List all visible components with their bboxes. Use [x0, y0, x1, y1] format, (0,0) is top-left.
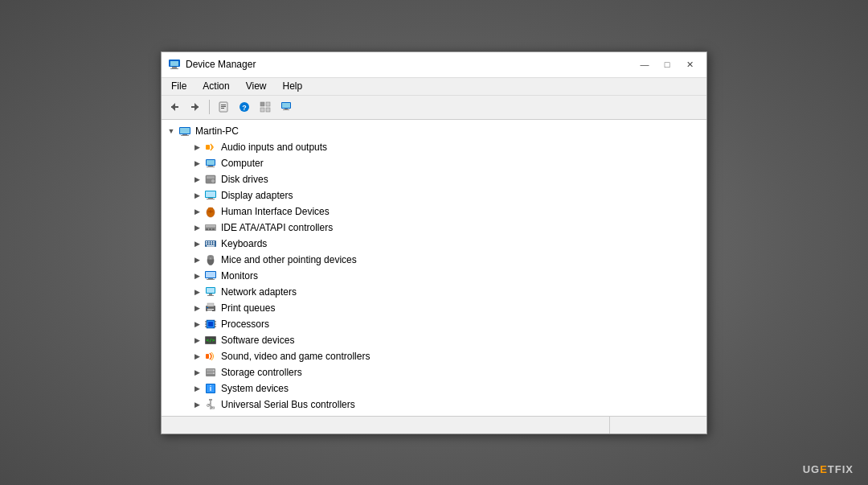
svg-rect-1 [170, 61, 178, 66]
svg-rect-2 [172, 67, 177, 68]
svg-rect-19 [282, 103, 290, 108]
sysdev-chevron: ▶ [190, 382, 203, 395]
help-button[interactable]: ? [235, 97, 254, 117]
sound-chevron: ▶ [190, 350, 203, 363]
storage-label: Storage controllers [221, 367, 302, 378]
svg-text:?: ? [242, 104, 247, 112]
view-toggle-button[interactable] [256, 97, 275, 117]
print-label: Print queues [221, 302, 275, 314]
minimize-button[interactable]: — [634, 56, 655, 72]
tree-item-network[interactable]: ▶ Network adapters [162, 284, 706, 300]
disk-chevron: ▶ [190, 173, 203, 186]
back-button[interactable] [165, 97, 184, 117]
root-label: Martin-PC [195, 125, 239, 137]
svg-rect-38 [207, 199, 215, 199]
mouse-icon [203, 253, 218, 266]
svg-rect-9 [221, 105, 226, 105]
svg-rect-37 [208, 198, 213, 199]
menu-action[interactable]: Action [196, 79, 235, 93]
forward-button[interactable] [186, 97, 205, 117]
tree-item-keyboard[interactable]: ▶ Keyboards [162, 236, 706, 252]
svg-rect-67 [207, 288, 215, 293]
display-icon [203, 189, 218, 202]
tree-item-print[interactable]: ▶ Print queues [162, 300, 706, 316]
svg-rect-57 [207, 245, 215, 247]
svg-rect-15 [266, 102, 270, 106]
svg-rect-14 [260, 102, 264, 106]
svg-rect-50 [208, 241, 210, 243]
storage-icon [203, 366, 218, 379]
maximize-button[interactable]: □ [657, 56, 678, 72]
mouse-label: Mice and other pointing devices [221, 254, 357, 265]
processor-icon [203, 318, 218, 331]
tree-item-hid[interactable]: ▶ Human Interface Devices [162, 203, 706, 220]
tree-item-usb[interactable]: ▶ Universal Serial Bus controllers [162, 397, 706, 413]
svg-rect-65 [207, 279, 215, 280]
hid-icon [203, 205, 218, 218]
svg-rect-51 [211, 241, 212, 243]
computer-icon [203, 157, 218, 170]
close-button[interactable]: ✕ [679, 56, 700, 72]
properties-icon [218, 101, 229, 113]
tree-item-storage[interactable]: ▶ Storage controllers [162, 364, 706, 380]
svg-rect-68 [209, 294, 212, 295]
keyboard-icon [203, 237, 218, 250]
menu-view[interactable]: View [240, 79, 273, 93]
tree-item-monitor[interactable]: ▶ Monitors [162, 268, 706, 284]
properties-button[interactable] [214, 97, 233, 117]
forward-icon [190, 101, 201, 113]
toolbar: ? [162, 96, 706, 120]
svg-rect-21 [283, 109, 289, 110]
window-icon-svg [168, 58, 181, 71]
tree-root-node[interactable]: ▼ Martin-PC [162, 123, 706, 139]
svg-rect-87 [206, 354, 209, 359]
sysdev-label: System devices [221, 383, 289, 394]
menu-help[interactable]: Help [276, 79, 309, 93]
keyboard-label: Keyboards [221, 238, 267, 249]
tree-item-software[interactable]: ▶ </> Software devices [162, 332, 706, 348]
software-label: Software devices [221, 335, 294, 346]
device-tree[interactable]: ▼ Martin-PC ▶ Audio input [162, 120, 706, 416]
svg-point-61 [210, 257, 211, 259]
monitor-label: Monitors [221, 270, 258, 282]
window-icon [168, 58, 181, 71]
processor-chevron: ▶ [190, 318, 203, 331]
tree-item-mouse[interactable]: ▶ Mice and other pointing devices [162, 252, 706, 268]
svg-rect-74 [207, 307, 208, 308]
audio-chevron: ▶ [190, 141, 203, 154]
tree-item-disk[interactable]: ▶ Disk drives [162, 171, 706, 187]
tree-item-computer[interactable]: ▶ Computer [162, 155, 706, 171]
status-panel-main [162, 417, 610, 434]
window-title: Device Manager [186, 59, 634, 70]
svg-rect-11 [221, 108, 224, 109]
svg-rect-32 [207, 176, 215, 179]
device-manager-window: Device Manager — □ ✕ File Action View He… [161, 51, 707, 434]
tree-item-display[interactable]: ▶ Display adapters [162, 187, 706, 203]
svg-rect-17 [266, 108, 270, 112]
tree-item-audio[interactable]: ▶ Audio inputs and outputs [162, 139, 706, 155]
menu-file[interactable]: File [165, 79, 193, 93]
svg-rect-3 [170, 68, 178, 69]
tree-item-processor[interactable]: ▶ Processors [162, 316, 706, 332]
root-chevron: ▼ [165, 125, 178, 138]
svg-rect-44 [206, 225, 215, 227]
network-icon [203, 286, 218, 298]
svg-rect-10 [221, 106, 226, 107]
svg-rect-56 [213, 243, 215, 245]
tree-item-ide[interactable]: ▶ IDE ATA/ATAPI controllers [162, 220, 706, 236]
tree-item-sysdev[interactable]: ▶ i System devices [162, 380, 706, 397]
svg-rect-23 [180, 128, 190, 134]
watermark: UGETFIX [803, 463, 854, 475]
svg-rect-77 [208, 322, 213, 327]
svg-point-34 [212, 180, 214, 182]
hid-chevron: ▶ [190, 205, 203, 218]
svg-rect-28 [207, 160, 215, 165]
tree-item-sound[interactable]: ▶ Sound, video and game controllers [162, 348, 706, 364]
svg-rect-5 [171, 106, 178, 108]
monitor-button[interactable] [276, 97, 296, 117]
svg-rect-73 [207, 310, 212, 311]
svg-rect-7 [191, 106, 199, 108]
usb-label: Universal Serial Bus controllers [221, 399, 355, 410]
svg-point-91 [213, 369, 215, 371]
svg-rect-64 [208, 278, 213, 279]
